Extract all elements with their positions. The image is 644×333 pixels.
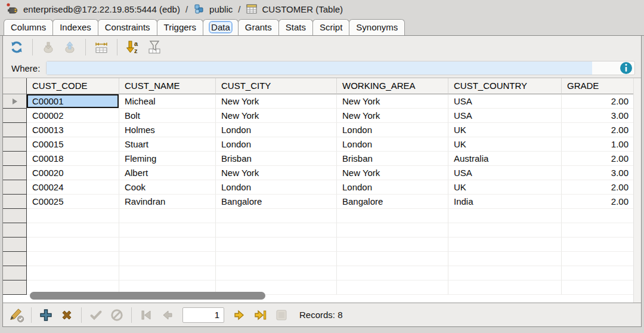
last-record-icon[interactable] <box>253 307 268 323</box>
grid-cell[interactable]: Micheal <box>119 94 216 109</box>
tab-triggers[interactable]: Triggers <box>157 19 203 35</box>
grid-cell[interactable]: Bolt <box>119 109 216 123</box>
first-record-icon[interactable] <box>138 307 154 323</box>
tab-grants[interactable]: Grants <box>238 19 279 35</box>
record-number-input[interactable] <box>182 307 224 323</box>
column-header-cust_city[interactable]: CUST_CITY <box>216 78 337 94</box>
rollback-icon[interactable] <box>109 307 125 323</box>
upload-icon[interactable] <box>62 39 78 55</box>
grid-cell[interactable]: New York <box>337 94 448 109</box>
column-header-cust_name[interactable]: CUST_NAME <box>119 78 216 94</box>
grid-cell[interactable]: USA <box>448 94 562 109</box>
grid-cell[interactable]: New York <box>337 109 448 123</box>
grid-cell[interactable]: 3.00 <box>562 109 641 123</box>
refresh-icon[interactable] <box>9 39 24 55</box>
grid-cell[interactable]: Brisban <box>216 152 337 166</box>
grid-cell[interactable]: USA <box>448 109 562 123</box>
grid-cell[interactable]: UK <box>448 180 562 195</box>
grid-cell[interactable]: C00001 <box>27 94 119 109</box>
next-record-icon[interactable] <box>232 307 247 323</box>
grid-cell[interactable]: London <box>337 123 448 137</box>
grid-cell[interactable]: C00013 <box>27 123 119 137</box>
row-selector[interactable] <box>3 166 27 180</box>
grid-cell[interactable]: Bangalore <box>337 195 448 209</box>
row-selector[interactable] <box>3 209 27 223</box>
row-selector[interactable] <box>3 123 27 137</box>
row-selector[interactable] <box>3 94 27 109</box>
grid-cell[interactable]: UK <box>448 123 562 137</box>
grid-cell[interactable]: Ravindran <box>119 195 216 209</box>
column-header-grade[interactable]: GRADE <box>562 78 641 94</box>
grid-cell[interactable]: C00018 <box>27 152 119 166</box>
prev-record-icon[interactable] <box>159 307 175 323</box>
row-selector[interactable] <box>3 109 27 123</box>
sort-az-icon[interactable]: a z <box>125 39 141 55</box>
grid-cell[interactable]: Australia <box>448 152 562 166</box>
grid-cell[interactable]: 1.00 <box>562 137 641 152</box>
column-header-working_area[interactable]: WORKING_AREA <box>337 78 448 94</box>
grid-cell[interactable]: London <box>216 123 337 137</box>
vertical-scrollbar[interactable] <box>633 78 641 303</box>
grid-cell[interactable]: India <box>448 195 562 209</box>
grid-cell[interactable]: Albert <box>119 166 216 180</box>
where-input[interactable] <box>47 61 592 75</box>
column-header-cust_country[interactable]: CUST_COUNTRY <box>448 78 562 94</box>
grid-cell[interactable]: USA <box>448 166 562 180</box>
grid-cell[interactable]: C00002 <box>27 109 119 123</box>
row-selector[interactable] <box>3 195 27 209</box>
grid-cell[interactable]: New York <box>216 109 337 123</box>
tab-constraints[interactable]: Constraints <box>98 19 157 35</box>
grid-cell[interactable]: Bangalore <box>216 195 337 209</box>
row-selector[interactable] <box>3 280 27 295</box>
grid-cell[interactable]: Cook <box>119 180 216 195</box>
info-icon[interactable] <box>620 61 633 75</box>
grid-cell[interactable]: 3.00 <box>562 166 641 180</box>
delete-row-icon[interactable] <box>59 307 75 323</box>
grid-cell[interactable]: C00015 <box>27 137 119 152</box>
row-selector[interactable] <box>3 180 27 195</box>
checkbox-icon[interactable] <box>274 307 289 323</box>
tab-columns[interactable]: Columns <box>4 19 53 35</box>
row-selector[interactable] <box>3 252 27 266</box>
grid-cell[interactable]: London <box>337 137 448 152</box>
row-selector[interactable] <box>3 137 27 152</box>
column-header-cust_code[interactable]: CUST_CODE <box>27 78 119 94</box>
insert-row-icon[interactable] <box>38 307 54 323</box>
row-selector[interactable] <box>3 152 27 166</box>
tab-data[interactable]: Data <box>203 19 239 35</box>
grid-cell[interactable]: Stuart <box>119 137 216 152</box>
grid-cell[interactable]: UK <box>448 137 562 152</box>
grid-cell[interactable]: Holmes <box>119 123 216 137</box>
grid-cell[interactable]: New York <box>216 94 337 109</box>
download-icon[interactable] <box>41 39 56 55</box>
filter-icon[interactable] <box>147 39 162 55</box>
grid-cell[interactable]: Brisban <box>337 152 448 166</box>
corner-header-cell <box>3 78 27 94</box>
grid-cell[interactable]: New York <box>337 166 448 180</box>
tab-synonyms[interactable]: Synonyms <box>349 19 405 35</box>
commit-icon[interactable] <box>88 307 104 323</box>
grid-cell[interactable]: C00024 <box>27 180 119 195</box>
edit-mode-icon[interactable] <box>9 307 24 323</box>
tab-indexes[interactable]: Indexes <box>52 19 98 35</box>
grid-cell[interactable]: Fleming <box>119 152 216 166</box>
grid-cell[interactable]: 2.00 <box>562 180 641 195</box>
column-width-icon[interactable] <box>94 39 109 55</box>
horizontal-scrollbar-thumb[interactable] <box>30 292 265 300</box>
grid-cell-empty <box>448 238 562 252</box>
grid-cell[interactable]: New York <box>216 166 337 180</box>
row-selector[interactable] <box>3 238 27 252</box>
grid-cell[interactable]: 2.00 <box>562 123 641 137</box>
grid-cell[interactable]: C00025 <box>27 195 119 209</box>
tab-script[interactable]: Script <box>312 19 349 35</box>
grid-cell[interactable]: 2.00 <box>562 195 641 209</box>
grid-cell[interactable]: London <box>216 180 337 195</box>
grid-cell[interactable]: 2.00 <box>562 152 641 166</box>
grid-cell[interactable]: London <box>216 137 337 152</box>
grid-cell[interactable]: C00020 <box>27 166 119 180</box>
grid-cell[interactable]: London <box>337 180 448 195</box>
row-selector[interactable] <box>3 266 27 280</box>
grid-cell[interactable]: 2.00 <box>562 94 641 109</box>
row-selector[interactable] <box>3 223 27 238</box>
tab-stats[interactable]: Stats <box>278 19 313 35</box>
